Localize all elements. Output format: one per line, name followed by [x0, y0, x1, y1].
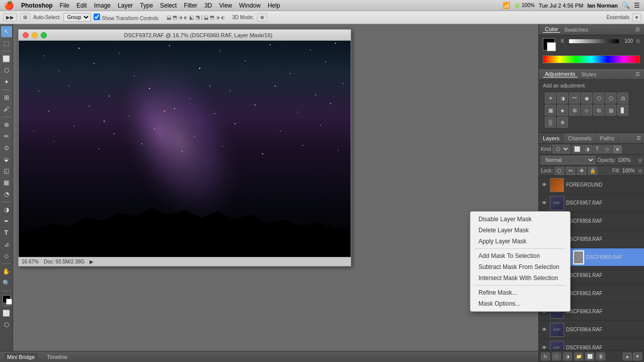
- k-slider[interactable]: [569, 39, 619, 43]
- invert-icon[interactable]: ⊟: [593, 105, 604, 116]
- transform-checkbox[interactable]: [94, 14, 100, 20]
- canvas-image[interactable]: [19, 41, 351, 257]
- frame-tool[interactable]: ⬡: [1, 319, 12, 330]
- artboard-tool[interactable]: ⬚: [1, 38, 12, 49]
- ctx-refine-mask[interactable]: Refine Mask...: [470, 287, 570, 298]
- ctx-add-mask-to-selection[interactable]: Add Mask To Selection: [470, 250, 570, 261]
- selective-color-icon[interactable]: ⊕: [557, 117, 568, 128]
- menu-3d[interactable]: 3D: [204, 2, 212, 9]
- layer-mask-thumb-6960[interactable]: [573, 250, 584, 264]
- close-button[interactable]: [23, 32, 29, 38]
- lock-image-icon[interactable]: ✏: [566, 167, 575, 175]
- adjustments-menu-icon[interactable]: ☰: [635, 71, 640, 77]
- ctx-disable-layer-mask[interactable]: Disable Layer Mask: [470, 214, 570, 225]
- eraser-tool[interactable]: ◱: [1, 165, 12, 176]
- color-balance-icon[interactable]: ⚖: [617, 93, 628, 104]
- background-swatch[interactable]: [6, 299, 12, 305]
- delete-layer-button[interactable]: 🗑: [596, 352, 605, 360]
- layer-item-6957[interactable]: 👁 RAF DSCF6957.RAF: [539, 194, 644, 212]
- color-lookup-icon[interactable]: ◇: [581, 105, 592, 116]
- search-icon[interactable]: 🔍: [622, 2, 630, 9]
- fill-options-icon[interactable]: ⊞: [638, 168, 642, 173]
- filter-pixel-icon[interactable]: ⬜: [573, 145, 582, 153]
- curves-icon[interactable]: 〜: [569, 93, 580, 104]
- filter-shape-icon[interactable]: ◇: [603, 145, 612, 153]
- blend-options-icon[interactable]: ⊞: [638, 157, 642, 163]
- minimize-button[interactable]: [32, 32, 38, 38]
- screen-mode-btn[interactable]: ⬜: [1, 308, 12, 319]
- workspace-arrow[interactable]: ▾: [632, 13, 641, 22]
- text-tool[interactable]: T: [1, 227, 12, 238]
- magic-wand-tool[interactable]: ✦: [1, 76, 12, 87]
- align-btn[interactable]: ⊞: [20, 13, 30, 22]
- blend-mode-select[interactable]: Normal: [541, 156, 595, 164]
- styles-tab[interactable]: Styles: [580, 71, 599, 77]
- adjustments-panel-header[interactable]: Adjustments Styles ☰: [539, 69, 644, 80]
- exposure-icon[interactable]: ◉: [581, 93, 592, 104]
- lock-position-icon[interactable]: ✥: [577, 167, 586, 175]
- menu-image[interactable]: Image: [94, 2, 111, 9]
- channels-tab[interactable]: Channels: [564, 133, 596, 143]
- dodge-tool[interactable]: ◑: [1, 204, 12, 215]
- ctx-subtract-mask-from-selection[interactable]: Subtract Mask From Selection: [470, 261, 570, 273]
- play-icon[interactable]: ▶: [90, 259, 94, 264]
- filter-toggle[interactable]: ●: [613, 145, 622, 153]
- layer-visibility-6965[interactable]: 👁: [541, 344, 548, 350]
- 3d-mode-btn[interactable]: ⊕: [257, 13, 267, 22]
- autoselect-select[interactable]: Group Layer: [63, 13, 91, 22]
- add-fx-button[interactable]: fx: [541, 352, 550, 360]
- menu-type[interactable]: Type: [140, 2, 153, 9]
- menu-edit[interactable]: Edit: [76, 2, 87, 9]
- move-options-btn[interactable]: ▶▶: [3, 13, 17, 22]
- filter-type-icon[interactable]: T: [593, 145, 602, 153]
- adjustments-tab[interactable]: Adjustments: [543, 71, 578, 77]
- gradient-tool[interactable]: ▦: [1, 177, 12, 188]
- healing-tool[interactable]: ⊕: [1, 119, 12, 130]
- kind-filter-select[interactable]: ⬡: [552, 145, 570, 153]
- bg-color-swatch[interactable]: [547, 42, 556, 51]
- lock-transparent-icon[interactable]: ⬡: [555, 167, 564, 175]
- add-mask-button[interactable]: ⬡: [552, 352, 561, 360]
- path-tool[interactable]: ⊿: [1, 239, 12, 250]
- menu-filter[interactable]: Filter: [184, 2, 197, 9]
- threshold-icon[interactable]: ▊: [617, 105, 628, 116]
- filter-adjust-icon[interactable]: ◑: [583, 145, 592, 153]
- menu-select[interactable]: Select: [160, 2, 177, 9]
- zoom-tool[interactable]: 🔍: [1, 278, 12, 289]
- marquee-tool[interactable]: ⬜: [1, 53, 12, 64]
- brush-tool[interactable]: ✏: [1, 131, 12, 142]
- ctx-mask-options[interactable]: Mask Options...: [470, 298, 570, 309]
- new-layer-button[interactable]: ⬜: [585, 352, 594, 360]
- photo-filter-icon[interactable]: ◈: [557, 105, 568, 116]
- layer-visibility-6964[interactable]: 👁: [541, 326, 548, 333]
- brightness-icon[interactable]: ☀: [545, 93, 556, 104]
- layers-tab[interactable]: Layers: [539, 133, 564, 143]
- swatches-tab[interactable]: Swatches: [562, 27, 590, 33]
- crop-tool[interactable]: ⊞: [1, 92, 12, 103]
- lock-all-icon[interactable]: 🔒: [588, 167, 597, 175]
- add-adjustment-button[interactable]: ◑: [563, 352, 572, 360]
- posterize-icon[interactable]: ▤: [605, 105, 616, 116]
- menu-file[interactable]: File: [60, 2, 69, 9]
- layer-visibility-foreground[interactable]: 👁: [541, 182, 548, 189]
- menu-window[interactable]: Window: [239, 2, 261, 9]
- list-icon[interactable]: ☰: [634, 2, 640, 9]
- layers-scroll-up[interactable]: ▲: [623, 352, 632, 360]
- move-tool[interactable]: ↖: [1, 26, 12, 37]
- ctx-delete-layer-mask[interactable]: Delete Layer Mask: [470, 225, 570, 236]
- ctx-apply-layer-mask[interactable]: Apply Layer Mask: [470, 236, 570, 247]
- maximize-button[interactable]: [41, 32, 47, 38]
- panel-menu-icon[interactable]: ☰: [635, 27, 640, 32]
- hand-tool[interactable]: ✋: [1, 266, 12, 277]
- contrast-icon[interactable]: ◑: [557, 93, 568, 104]
- menu-layer[interactable]: Layer: [118, 2, 133, 9]
- ctx-intersect-mask-with-selection[interactable]: Intersect Mask With Selection: [470, 273, 570, 284]
- shape-tool[interactable]: ◇: [1, 250, 12, 261]
- timeline-tab[interactable]: Timeline: [44, 353, 70, 361]
- vibrance-icon[interactable]: ⬡: [593, 93, 604, 104]
- eyedropper-tool[interactable]: 🖋: [1, 104, 12, 115]
- mini-bridge-tab[interactable]: Mini Bridge: [4, 353, 38, 361]
- color-tab[interactable]: Color: [543, 26, 560, 33]
- pen-tool[interactable]: ✒: [1, 216, 12, 227]
- layer-visibility-6957[interactable]: 👁: [541, 200, 548, 207]
